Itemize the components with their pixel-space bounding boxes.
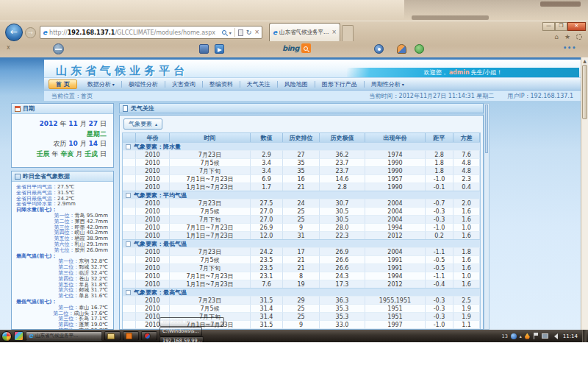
nav-item-7[interactable]: 风险地图 (278, 79, 315, 89)
browser-scrollbar-thumb[interactable] (582, 65, 587, 119)
table-cell: 2010 (136, 272, 170, 280)
search-icon[interactable] (222, 30, 226, 35)
browser-tab[interactable]: e 山东省气候业务平... × (269, 23, 340, 41)
url-text[interactable]: http://192.168.137.1/GLCCLIMATE/modules/… (49, 29, 220, 36)
back-button[interactable]: ← (5, 24, 23, 41)
nav-item-4[interactable]: 灾害查询 (165, 79, 202, 89)
addon-camera-icon[interactable] (374, 44, 384, 54)
tab-close-icon[interactable]: × (331, 29, 337, 35)
show-desktop-button[interactable] (582, 330, 587, 342)
nav-item-3[interactable]: 极端性分析 (122, 79, 165, 89)
bing-logo[interactable]: bing (282, 44, 299, 52)
forward-button[interactable]: → (25, 27, 36, 38)
addon-globe-icon[interactable] (415, 44, 424, 54)
table-row[interactable]: 20107月1日~7月23日6.91614.61957-1.02.3 (123, 174, 480, 183)
taskbar-folder-button[interactable] (104, 331, 121, 341)
table-row[interactable]: 20107月下旬27.02530.52004-0.31.6 (123, 215, 480, 223)
table-row[interactable]: 20101月1日~7月23日7.61917.32012-0.41.6 (123, 280, 480, 288)
taskbar-orange-app-button[interactable] (123, 331, 139, 341)
speaker-icon[interactable] (551, 333, 558, 339)
web-page: 山东省气候业务平台 欢迎您，admin 先生/小姐！ 首 页数据分析▾极端性分析… (0, 57, 588, 330)
nav-item-1[interactable]: 首 页 (49, 79, 77, 89)
site-title: 山东省气候业务平台 (56, 64, 188, 78)
network-icon[interactable] (542, 333, 548, 339)
tray-flame-icon[interactable] (525, 333, 530, 339)
group-collapse-checkbox[interactable] (126, 290, 131, 295)
address-bar[interactable]: e http://192.168.137.1/GLCCLIMATE/module… (40, 26, 262, 39)
taskbar-app-icon[interactable] (14, 331, 24, 341)
group-title: 气象要素：降水量 (134, 143, 181, 151)
table-row[interactable]: 20107月1日~7月23日26.9928.01994-1.01.0 (123, 223, 480, 231)
maximize-button[interactable]: ❐ (555, 22, 567, 31)
close-button[interactable]: ✕ (567, 22, 586, 31)
table-row[interactable]: 20107月5候3.43523.719901.84.8 (123, 158, 480, 166)
addon-person-icon[interactable] (397, 44, 406, 54)
table-cell: 7月5候 (170, 207, 251, 215)
stop-icon[interactable]: × (254, 29, 259, 35)
table-row[interactable]: 20107月5候31.42535.31951-0.31.9 (123, 304, 480, 312)
address-dropdown-icon[interactable]: ▾ (229, 30, 232, 35)
table-row[interactable]: 20107月23日24.21726.92004-1.11.8 (123, 247, 480, 255)
taskbar-clock[interactable]: 11:14 (563, 333, 578, 339)
table-cell: 25 (283, 215, 320, 223)
compatibility-view-icon[interactable] (238, 29, 243, 36)
bing-search-icon[interactable] (301, 43, 311, 53)
table-row[interactable]: 20107月1日~7月23日23.1824.31994-1.11.0 (123, 272, 480, 280)
taskbar-window-1[interactable]: Win2008 (VS2... (159, 317, 224, 327)
favorites-star-icon[interactable]: ★ (564, 34, 570, 40)
table-row[interactable]: 20107月下旬3.43523.719901.84.8 (123, 166, 480, 174)
table-cell: 25 (283, 312, 320, 320)
table-row[interactable]: 20107月23日31.52936.31955,1951-0.32.5 (123, 296, 480, 304)
nav-item-5[interactable]: 整编资料 (203, 79, 240, 89)
table-row[interactable]: 20107月23日27.52430.72004-0.72.0 (123, 199, 480, 207)
taskbar-window-ie[interactable]: e 山东省气候业务平... (26, 331, 102, 341)
taskbar-media-app-button[interactable] (141, 331, 157, 341)
panel-scrollbar[interactable] (484, 103, 490, 330)
scroll-up-icon[interactable]: ▲ (581, 57, 588, 65)
tray-show-hidden-icon[interactable]: ▴ (520, 333, 522, 339)
table-row[interactable]: 20107月5候23.52126.61991-0.51.6 (123, 255, 480, 263)
table-cell: 4.8 (453, 166, 480, 174)
home-icon[interactable]: ⌂ (554, 34, 559, 40)
table-cell: 4.8 (453, 158, 480, 166)
bing-toolbar[interactable]: bing (282, 43, 311, 53)
nav-item-9[interactable]: 周期性分析▾ (365, 79, 411, 89)
addon-icon-1[interactable] (199, 44, 209, 54)
group-collapse-checkbox[interactable] (126, 193, 131, 198)
action-center-flag-icon[interactable] (533, 333, 539, 339)
browser-scrollbar[interactable]: ▲ (581, 57, 588, 330)
addon-circle-icon[interactable] (53, 43, 64, 54)
tray-globe-icon[interactable] (511, 333, 517, 339)
table-cell: -1.1 (426, 272, 453, 280)
minimize-button[interactable]: — (542, 22, 555, 31)
table-row[interactable]: 20107月5候27.02530.52004-0.31.6 (123, 207, 480, 215)
start-button[interactable] (1, 331, 12, 342)
table-group-row[interactable]: 气象要素：最低气温 (123, 239, 480, 247)
refresh-icon[interactable]: ↻ (246, 29, 252, 36)
nav-item-2[interactable]: 数据分析▾ (81, 79, 121, 89)
nav-item-6[interactable]: 天气关注 (240, 79, 277, 89)
close-toolbar-icon[interactable]: x (7, 44, 10, 51)
tools-gear-icon[interactable] (576, 34, 582, 40)
table-row[interactable]: 20101月1日~7月23日1.7212.81990-0.10.4 (123, 183, 480, 191)
table-cell: 27 (283, 150, 320, 158)
taskbar-window-2[interactable]: C:\Windows\s... (159, 327, 202, 336)
group-collapse-checkbox[interactable] (126, 241, 131, 247)
table-cell: 2010 (136, 215, 170, 223)
new-tab-button[interactable] (342, 25, 354, 41)
table-row[interactable]: 20107月下旬23.52126.61991-0.51.6 (123, 263, 480, 272)
chevron-up-icon: ▴ (155, 121, 157, 127)
table-group-row[interactable]: 气象要素：平均气温 (123, 191, 480, 199)
nav-item-8[interactable]: 图形下行产品 (315, 79, 364, 89)
group-collapse-checkbox[interactable] (126, 144, 131, 149)
addon-send-icon[interactable] (215, 44, 224, 54)
table-row[interactable]: 20101月1日~7月23日12.03122.320120.21.6 (123, 231, 480, 239)
element-filter-button[interactable]: 气象要素▴ (123, 118, 162, 130)
panel-scrollbar-thumb[interactable] (485, 105, 488, 153)
table-group-row[interactable]: 气象要素：最高气温 (123, 288, 480, 296)
tab-title[interactable]: 山东省气候业务平... (279, 29, 329, 36)
table-header-cell: 历史排位 (283, 133, 320, 142)
table-group-row[interactable]: 气象要素：降水量 (123, 142, 480, 150)
table-row[interactable]: 20107月23日2.92736.219742.87.6 (123, 150, 480, 158)
more-addons-icon[interactable]: ••• (563, 45, 576, 52)
